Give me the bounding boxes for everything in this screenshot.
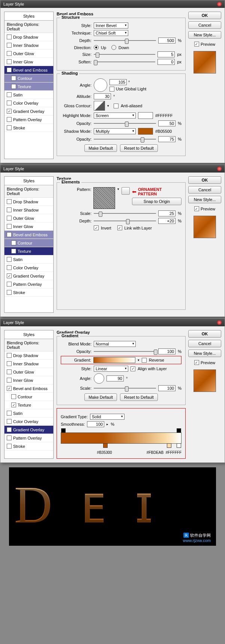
color-stop[interactable]: [103, 443, 108, 448]
reset-default-button[interactable]: Reset to Default: [120, 393, 158, 401]
size-input[interactable]: 5: [158, 51, 175, 57]
new-style-button[interactable]: New Style...: [188, 31, 221, 39]
style-contour[interactable]: Contour: [4, 74, 53, 83]
invert-checkbox[interactable]: [94, 225, 99, 230]
texture-scale-slider[interactable]: [94, 211, 156, 216]
shadow-mode-select[interactable]: Multiply: [94, 128, 136, 134]
gradient-opacity-input[interactable]: 100: [158, 348, 176, 354]
style-contour[interactable]: Contour: [4, 239, 53, 247]
altitude-input[interactable]: 30: [94, 93, 111, 99]
style-stroke[interactable]: Stroke: [4, 124, 53, 132]
style-bevel-emboss[interactable]: Bevel and Emboss: [4, 66, 53, 74]
style-satin[interactable]: Satin: [4, 409, 53, 417]
texture-depth-input[interactable]: +20: [158, 218, 176, 224]
texture-depth-slider[interactable]: [94, 218, 156, 224]
style-satin[interactable]: Satin: [4, 255, 53, 264]
gradient-scale-input[interactable]: 100: [158, 385, 176, 391]
link-layer-checkbox[interactable]: [117, 225, 122, 230]
highlight-color[interactable]: [138, 112, 153, 119]
shadow-color[interactable]: [138, 128, 153, 135]
bevel-style-select[interactable]: Inner Bevel: [94, 23, 128, 29]
new-style-button[interactable]: New Style...: [188, 196, 221, 203]
style-outer-glow[interactable]: Outer Glow: [4, 368, 53, 376]
reset-default-button[interactable]: Reset to Default: [120, 144, 158, 152]
angle-input[interactable]: 105: [110, 79, 127, 85]
global-light-checkbox[interactable]: [110, 87, 114, 92]
styles-header[interactable]: Styles: [4, 12, 53, 21]
style-gradient-overlay[interactable]: Gradient Overlay: [4, 272, 53, 280]
style-pattern-overlay[interactable]: Pattern Overlay: [4, 116, 53, 124]
style-inner-glow[interactable]: Inner Glow: [4, 222, 53, 231]
style-inner-glow[interactable]: Inner Glow: [4, 58, 53, 66]
shadow-opacity-input[interactable]: 75: [158, 136, 176, 142]
style-outer-glow[interactable]: Outer Glow: [4, 214, 53, 222]
style-contour[interactable]: Contour: [4, 393, 53, 401]
highlight-opacity-input[interactable]: 50: [158, 120, 176, 126]
style-drop-shadow[interactable]: Drop Shadow: [4, 198, 53, 206]
blending-options[interactable]: Blending Options: Default: [4, 21, 53, 33]
style-color-overlay[interactable]: Color Overlay: [4, 99, 53, 107]
snap-origin-button[interactable]: Snap to Origin: [132, 198, 182, 205]
highlight-mode-select[interactable]: Screen: [94, 113, 136, 119]
close-icon[interactable]: [217, 167, 222, 171]
opacity-stop[interactable]: [61, 428, 66, 433]
gradient-style-select[interactable]: Linear: [94, 366, 128, 372]
style-inner-shadow[interactable]: Inner Shadow: [4, 41, 53, 50]
style-gradient-overlay[interactable]: Gradient Overlay: [4, 107, 53, 116]
antialiased-checkbox[interactable]: [114, 104, 118, 108]
cancel-button[interactable]: Cancel: [188, 186, 221, 194]
style-pattern-overlay[interactable]: Pattern Overlay: [4, 280, 53, 288]
direction-up-radio[interactable]: [94, 45, 99, 50]
style-inner-shadow[interactable]: Inner Shadow: [4, 206, 53, 214]
style-inner-shadow[interactable]: Inner Shadow: [4, 360, 53, 368]
texture-scale-input[interactable]: 25: [158, 210, 176, 216]
preview-checkbox[interactable]: [194, 206, 199, 211]
new-pattern-button[interactable]: [122, 187, 130, 195]
new-style-button[interactable]: New Style...: [188, 350, 221, 357]
style-stroke[interactable]: Stroke: [4, 442, 53, 450]
gradient-opacity-slider[interactable]: [94, 349, 156, 354]
gradient-angle-dial[interactable]: [94, 373, 104, 384]
gradient-strip[interactable]: [61, 432, 182, 444]
style-texture[interactable]: Texture: [4, 83, 53, 91]
gradient-scale-slider[interactable]: [94, 386, 156, 391]
style-bevel-emboss[interactable]: Bevel and Emboss: [4, 231, 53, 239]
ok-button[interactable]: OK: [188, 330, 221, 338]
make-default-button[interactable]: Make Default: [84, 393, 117, 401]
close-icon[interactable]: [217, 320, 222, 325]
preview-checkbox[interactable]: [194, 360, 199, 365]
style-satin[interactable]: Satin: [4, 91, 53, 99]
direction-down-radio[interactable]: [111, 45, 116, 50]
highlight-opacity-slider[interactable]: [94, 121, 156, 126]
blend-mode-select[interactable]: Normal: [94, 341, 136, 347]
close-icon[interactable]: [217, 2, 222, 6]
technique-select[interactable]: Chisel Soft: [94, 30, 128, 36]
size-slider[interactable]: [94, 52, 155, 57]
style-color-overlay[interactable]: Color Overlay: [4, 264, 53, 272]
cancel-button[interactable]: Cancel: [188, 340, 221, 347]
style-gradient-overlay[interactable]: Gradient Overlay: [4, 426, 53, 434]
shadow-opacity-slider[interactable]: [94, 137, 156, 142]
color-stop[interactable]: [177, 443, 181, 448]
opacity-stop[interactable]: [177, 428, 181, 433]
style-inner-glow[interactable]: Inner Glow: [4, 376, 53, 384]
reverse-checkbox[interactable]: [142, 358, 147, 363]
style-stroke[interactable]: Stroke: [4, 288, 53, 297]
align-layer-checkbox[interactable]: [130, 366, 135, 371]
gradient-picker[interactable]: [93, 357, 135, 363]
gradient-angle-input[interactable]: 90: [106, 375, 124, 381]
style-color-overlay[interactable]: Color Overlay: [4, 417, 53, 426]
soften-slider[interactable]: [94, 59, 155, 65]
cancel-button[interactable]: Cancel: [188, 21, 221, 29]
gradient-type-select[interactable]: Solid: [90, 414, 124, 420]
make-default-button[interactable]: Make Default: [84, 144, 117, 152]
style-pattern-overlay[interactable]: Pattern Overlay: [4, 434, 53, 442]
style-drop-shadow[interactable]: Drop Shadow: [4, 33, 53, 41]
style-texture[interactable]: Texture: [4, 247, 53, 255]
ok-button[interactable]: OK: [188, 176, 221, 184]
style-texture[interactable]: Texture: [4, 401, 53, 409]
color-stop[interactable]: [167, 443, 171, 448]
style-drop-shadow[interactable]: Drop Shadow: [4, 351, 53, 360]
soften-input[interactable]: 0: [158, 59, 175, 65]
gloss-contour[interactable]: [94, 101, 105, 111]
